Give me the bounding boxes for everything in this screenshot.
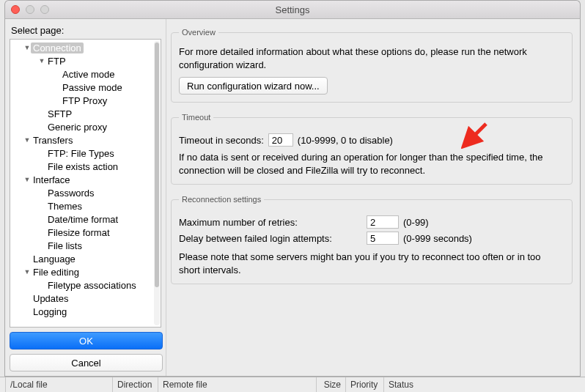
disclosure-triangle-icon[interactable]: ▼ <box>38 57 45 64</box>
tree-item-label: Updates <box>31 293 70 304</box>
delay-input[interactable] <box>367 232 399 245</box>
tree-item-file-lists[interactable]: File lists <box>10 239 161 252</box>
tree-item-language[interactable]: Language <box>10 252 161 265</box>
tree-item-passwords[interactable]: Passwords <box>10 186 161 199</box>
tree-item-themes[interactable]: Themes <box>10 199 161 212</box>
disclosure-triangle-icon[interactable]: ▼ <box>23 268 31 275</box>
tree-item-label: File editing <box>31 267 81 278</box>
tree-item-file-editing[interactable]: ▼File editing <box>10 265 161 278</box>
tree-item-ftp-proxy[interactable]: FTP Proxy <box>10 94 161 107</box>
tree-item-label: FTP Proxy <box>60 95 109 106</box>
tree-item-label: Themes <box>45 201 84 212</box>
tree-item-passive-mode[interactable]: Passive mode <box>10 81 161 94</box>
footer-priority: Priority <box>350 380 378 390</box>
delay-hint: (0-999 seconds) <box>403 233 472 244</box>
run-wizard-button[interactable]: Run configuration wizard now... <box>179 77 328 95</box>
timeout-group: Timeout Timeout in seconds: (10-9999, 0 … <box>171 113 573 185</box>
tree-item-label: FTP <box>45 56 68 67</box>
overview-legend: Overview <box>179 28 218 37</box>
footer-local-file: /Local file <box>10 380 48 390</box>
sidebar-heading: Select page: <box>10 22 161 39</box>
tree-item-label: SFTP <box>45 108 74 119</box>
sidebar: Select page: ▼Connection▼FTPActive modeP… <box>5 19 166 376</box>
retries-label: Maximum number of retries: <box>179 217 367 228</box>
close-window-button[interactable] <box>11 5 20 14</box>
tree-item-label: Logging <box>31 306 69 317</box>
tree-item-label: Filetype associations <box>45 280 139 291</box>
tree-item-sftp[interactable]: SFTP <box>10 107 161 120</box>
tree-item-interface[interactable]: ▼Interface <box>10 173 161 186</box>
tree-scrollbar-thumb[interactable] <box>155 42 159 287</box>
footer-remote-file: Remote file <box>163 380 207 390</box>
tree-item-label: Connection <box>31 42 84 53</box>
tree-item-ftp-file-types[interactable]: FTP: File Types <box>10 147 161 160</box>
tree-item-transfers[interactable]: ▼Transfers <box>10 133 161 147</box>
timeout-legend: Timeout <box>179 113 213 122</box>
tree-item-label: Generic proxy <box>45 122 109 133</box>
reconnection-note: Please note that some servers might ban … <box>179 251 564 276</box>
window-controls <box>5 5 49 14</box>
overview-text: For more detailed information about what… <box>179 45 564 71</box>
tree-item-file-exists-action[interactable]: File exists action <box>10 160 161 173</box>
tree-item-label: Passwords <box>45 188 97 199</box>
disclosure-triangle-icon[interactable]: ▼ <box>23 136 31 144</box>
tree-item-active-mode[interactable]: Active mode <box>10 67 161 81</box>
tree-item-label: Active mode <box>60 69 117 80</box>
zoom-window-button[interactable] <box>40 5 49 14</box>
tree-item-label: Language <box>31 254 78 265</box>
footer-status: Status <box>389 380 413 390</box>
disclosure-triangle-icon[interactable]: ▼ <box>23 176 31 183</box>
tree-item-filesize-format[interactable]: Filesize format <box>10 226 161 239</box>
tree-item-label: FTP: File Types <box>45 148 117 159</box>
timeout-seconds-input[interactable] <box>268 133 293 147</box>
queue-footer: /Local file Direction Remote file Size P… <box>0 377 585 392</box>
cancel-button[interactable]: Cancel <box>10 354 163 371</box>
minimize-window-button[interactable] <box>26 5 34 14</box>
disclosure-triangle-icon[interactable]: ▼ <box>23 44 31 51</box>
tree-scrollbar[interactable] <box>154 41 160 325</box>
settings-window: Settings Select page: ▼Connection▼FTPAct… <box>0 0 585 392</box>
tree-item-generic-proxy[interactable]: Generic proxy <box>10 120 161 133</box>
tree-item-logging[interactable]: Logging <box>10 305 161 318</box>
tree-item-label: File exists action <box>45 161 120 172</box>
ok-button[interactable]: OK <box>10 332 163 350</box>
footer-size: Size <box>324 380 341 390</box>
titlebar: Settings <box>4 0 581 18</box>
timeout-label: Timeout in seconds: <box>179 135 264 146</box>
timeout-hint: (10-9999, 0 to disable) <box>298 135 393 146</box>
tree-item-connection[interactable]: ▼Connection <box>10 41 161 54</box>
tree-item-filetype-associations[interactable]: Filetype associations <box>10 278 161 292</box>
retries-hint: (0-99) <box>403 217 429 228</box>
reconnection-legend: Reconnection settings <box>179 195 264 204</box>
tree-item-updates[interactable]: Updates <box>10 292 161 305</box>
retries-input[interactable] <box>367 215 399 229</box>
tree-item-date-time-format[interactable]: Date/time format <box>10 212 161 226</box>
timeout-description: If no data is sent or received during an… <box>179 151 564 177</box>
window-title: Settings <box>5 4 580 15</box>
tree-item-label: File lists <box>45 240 84 251</box>
settings-tree: ▼Connection▼FTPActive modePassive modeFT… <box>10 39 161 328</box>
settings-content: Overview For more detailed information a… <box>166 19 580 376</box>
delay-label: Delay between failed login attempts: <box>179 233 367 244</box>
tree-item-ftp[interactable]: ▼FTP <box>10 54 161 67</box>
tree-item-label: Filesize format <box>45 227 112 238</box>
tree-item-label: Transfers <box>31 135 75 146</box>
footer-direction: Direction <box>117 380 152 390</box>
reconnection-group: Reconnection settings Maximum number of … <box>171 195 573 284</box>
tree-item-label: Date/time format <box>45 214 120 225</box>
tree-item-label: Passive mode <box>60 82 125 93</box>
overview-group: Overview For more detailed information a… <box>171 28 573 103</box>
tree-item-label: Interface <box>31 174 73 185</box>
